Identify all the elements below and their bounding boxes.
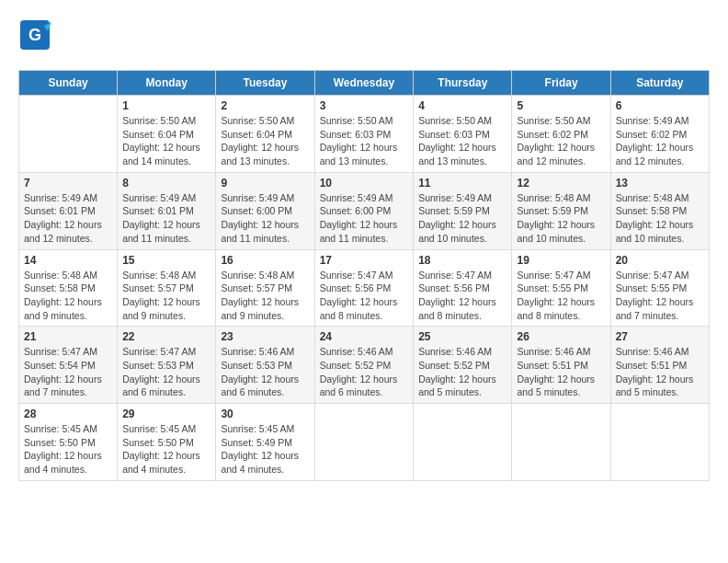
day-number: 29 [122, 408, 210, 420]
calendar-table: SundayMondayTuesdayWednesdayThursdayFrid… [18, 70, 710, 481]
col-header-tuesday: Tuesday [216, 71, 314, 96]
day-info: Sunrise: 5:46 AM Sunset: 5:51 PM Dayligh… [517, 345, 605, 399]
calendar-cell: 30Sunrise: 5:45 AM Sunset: 5:49 PM Dayli… [216, 404, 314, 481]
day-number: 5 [517, 99, 605, 112]
day-info: Sunrise: 5:46 AM Sunset: 5:52 PM Dayligh… [320, 345, 409, 399]
calendar-cell [414, 404, 512, 481]
calendar-cell [314, 404, 414, 481]
calendar-cell: 15Sunrise: 5:48 AM Sunset: 5:57 PM Dayli… [118, 249, 216, 327]
day-info: Sunrise: 5:47 AM Sunset: 5:55 PM Dayligh… [616, 269, 704, 323]
day-number: 13 [616, 177, 704, 190]
day-info: Sunrise: 5:50 AM Sunset: 6:02 PM Dayligh… [517, 114, 605, 168]
day-number: 14 [24, 254, 112, 267]
day-number: 8 [122, 177, 210, 190]
day-number: 15 [122, 254, 210, 267]
day-number: 18 [418, 254, 506, 267]
day-info: Sunrise: 5:49 AM Sunset: 5:59 PM Dayligh… [418, 191, 506, 246]
day-number: 22 [122, 330, 210, 343]
calendar-cell [19, 96, 118, 173]
day-number: 9 [221, 177, 309, 190]
col-header-thursday: Thursday [414, 71, 512, 96]
logo-icon: G [18, 18, 51, 52]
day-number: 20 [616, 254, 704, 267]
day-number: 21 [24, 330, 112, 343]
calendar-cell: 9Sunrise: 5:49 AM Sunset: 6:00 PM Daylig… [216, 172, 314, 249]
day-number: 7 [24, 177, 112, 190]
day-info: Sunrise: 5:50 AM Sunset: 6:03 PM Dayligh… [320, 114, 409, 168]
day-number: 25 [418, 330, 506, 343]
calendar-cell: 5Sunrise: 5:50 AM Sunset: 6:02 PM Daylig… [512, 96, 610, 173]
day-number: 27 [616, 330, 704, 343]
calendar-cell: 10Sunrise: 5:49 AM Sunset: 6:00 PM Dayli… [314, 172, 414, 249]
day-info: Sunrise: 5:47 AM Sunset: 5:53 PM Dayligh… [122, 345, 210, 399]
calendar-cell: 18Sunrise: 5:47 AM Sunset: 5:56 PM Dayli… [414, 249, 512, 327]
calendar-cell: 11Sunrise: 5:49 AM Sunset: 5:59 PM Dayli… [414, 172, 512, 249]
day-info: Sunrise: 5:49 AM Sunset: 6:02 PM Dayligh… [616, 114, 704, 168]
day-info: Sunrise: 5:47 AM Sunset: 5:56 PM Dayligh… [320, 269, 409, 323]
calendar-cell: 7Sunrise: 5:49 AM Sunset: 6:01 PM Daylig… [19, 172, 118, 249]
day-info: Sunrise: 5:50 AM Sunset: 6:03 PM Dayligh… [418, 114, 506, 168]
day-info: Sunrise: 5:48 AM Sunset: 5:59 PM Dayligh… [517, 191, 605, 246]
day-number: 26 [517, 330, 605, 343]
day-info: Sunrise: 5:45 AM Sunset: 5:50 PM Dayligh… [24, 422, 112, 477]
day-info: Sunrise: 5:48 AM Sunset: 5:57 PM Dayligh… [122, 269, 210, 323]
calendar-cell: 2Sunrise: 5:50 AM Sunset: 6:04 PM Daylig… [216, 96, 314, 173]
day-info: Sunrise: 5:45 AM Sunset: 5:50 PM Dayligh… [122, 422, 210, 477]
day-number: 1 [122, 99, 210, 112]
day-info: Sunrise: 5:46 AM Sunset: 5:53 PM Dayligh… [221, 345, 309, 399]
calendar-cell [610, 404, 709, 481]
day-info: Sunrise: 5:46 AM Sunset: 5:51 PM Dayligh… [616, 345, 704, 399]
day-number: 19 [517, 254, 605, 267]
calendar-cell: 19Sunrise: 5:47 AM Sunset: 5:55 PM Dayli… [512, 249, 610, 327]
calendar-cell: 3Sunrise: 5:50 AM Sunset: 6:03 PM Daylig… [314, 96, 414, 173]
day-number: 17 [320, 254, 409, 267]
day-info: Sunrise: 5:45 AM Sunset: 5:49 PM Dayligh… [221, 422, 309, 477]
calendar-cell: 26Sunrise: 5:46 AM Sunset: 5:51 PM Dayli… [512, 327, 610, 404]
day-number: 24 [320, 330, 409, 343]
calendar-cell: 8Sunrise: 5:49 AM Sunset: 6:01 PM Daylig… [118, 172, 216, 249]
calendar-cell: 25Sunrise: 5:46 AM Sunset: 5:52 PM Dayli… [414, 327, 512, 404]
day-info: Sunrise: 5:49 AM Sunset: 6:00 PM Dayligh… [221, 191, 309, 246]
col-header-sunday: Sunday [19, 71, 118, 96]
calendar-cell: 16Sunrise: 5:48 AM Sunset: 5:57 PM Dayli… [216, 249, 314, 327]
day-number: 30 [221, 408, 309, 420]
calendar-cell: 12Sunrise: 5:48 AM Sunset: 5:59 PM Dayli… [512, 172, 610, 249]
calendar-cell: 14Sunrise: 5:48 AM Sunset: 5:58 PM Dayli… [19, 249, 118, 327]
logo: G [18, 18, 55, 52]
day-info: Sunrise: 5:48 AM Sunset: 5:58 PM Dayligh… [24, 269, 112, 323]
day-info: Sunrise: 5:47 AM Sunset: 5:54 PM Dayligh… [24, 345, 112, 399]
day-info: Sunrise: 5:47 AM Sunset: 5:56 PM Dayligh… [418, 269, 506, 323]
day-info: Sunrise: 5:49 AM Sunset: 6:01 PM Dayligh… [24, 191, 112, 246]
col-header-monday: Monday [118, 71, 216, 96]
day-number: 23 [221, 330, 309, 343]
day-number: 10 [320, 177, 409, 190]
svg-text:G: G [28, 26, 41, 44]
day-number: 11 [418, 177, 506, 190]
day-number: 28 [24, 408, 112, 420]
calendar-cell: 29Sunrise: 5:45 AM Sunset: 5:50 PM Dayli… [118, 404, 216, 481]
day-number: 12 [517, 177, 605, 190]
day-number: 3 [320, 99, 409, 112]
day-info: Sunrise: 5:46 AM Sunset: 5:52 PM Dayligh… [418, 345, 506, 399]
day-info: Sunrise: 5:48 AM Sunset: 5:57 PM Dayligh… [221, 269, 309, 323]
day-info: Sunrise: 5:49 AM Sunset: 6:01 PM Dayligh… [122, 191, 210, 246]
calendar-cell: 22Sunrise: 5:47 AM Sunset: 5:53 PM Dayli… [118, 327, 216, 404]
calendar-cell: 6Sunrise: 5:49 AM Sunset: 6:02 PM Daylig… [610, 96, 709, 173]
calendar-cell [512, 404, 610, 481]
day-info: Sunrise: 5:47 AM Sunset: 5:55 PM Dayligh… [517, 269, 605, 323]
day-info: Sunrise: 5:50 AM Sunset: 6:04 PM Dayligh… [221, 114, 309, 168]
calendar-cell: 28Sunrise: 5:45 AM Sunset: 5:50 PM Dayli… [19, 404, 118, 481]
col-header-wednesday: Wednesday [314, 71, 414, 96]
calendar-cell: 24Sunrise: 5:46 AM Sunset: 5:52 PM Dayli… [314, 327, 414, 404]
calendar-cell: 23Sunrise: 5:46 AM Sunset: 5:53 PM Dayli… [216, 327, 314, 404]
day-number: 6 [616, 99, 704, 112]
calendar-cell: 20Sunrise: 5:47 AM Sunset: 5:55 PM Dayli… [610, 249, 709, 327]
calendar-cell: 4Sunrise: 5:50 AM Sunset: 6:03 PM Daylig… [414, 96, 512, 173]
calendar-cell: 1Sunrise: 5:50 AM Sunset: 6:04 PM Daylig… [118, 96, 216, 173]
day-info: Sunrise: 5:49 AM Sunset: 6:00 PM Dayligh… [320, 191, 409, 246]
col-header-friday: Friday [512, 71, 610, 96]
calendar-cell: 17Sunrise: 5:47 AM Sunset: 5:56 PM Dayli… [314, 249, 414, 327]
day-info: Sunrise: 5:48 AM Sunset: 5:58 PM Dayligh… [616, 191, 704, 246]
day-number: 16 [221, 254, 309, 267]
day-number: 4 [418, 99, 506, 112]
